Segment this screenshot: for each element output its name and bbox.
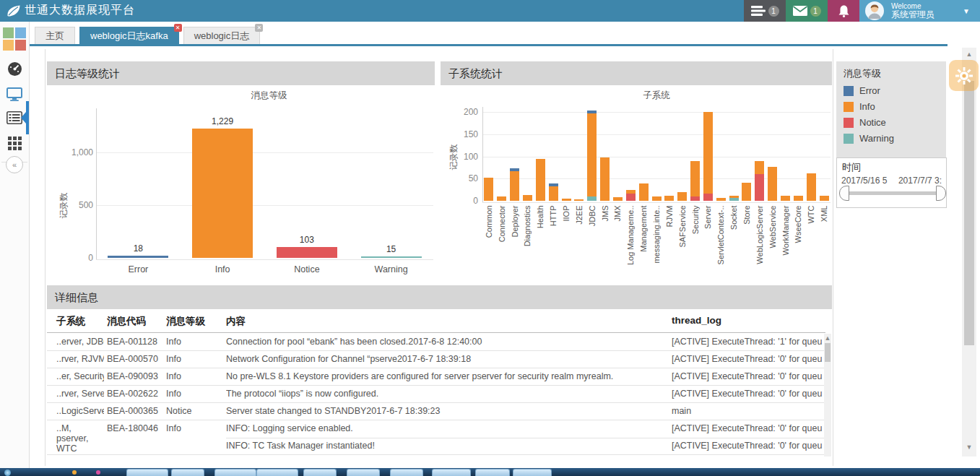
sidebar-item-report-active[interactable] [0,107,29,129]
legend-item-notice[interactable]: Notice [844,116,946,129]
stacked-bar-warning[interactable] [587,196,597,201]
x-category-label: Management [639,205,649,280]
sidebar-item-monitor[interactable] [0,83,29,105]
table-row[interactable]: ..LogicServerBEA-000365NoticeServer stat… [47,403,825,420]
stacked-bar-notice[interactable] [626,194,636,201]
stacked-bar-warning[interactable] [729,198,739,201]
table-header-3[interactable]: 内容 [226,315,246,328]
tab-1[interactable]: weblogic日志kafka✕ [79,27,179,45]
time-slider-handle-end[interactable] [936,186,946,201]
taskbar-tray-icon[interactable] [96,470,100,475]
stacked-bar-info[interactable] [768,167,777,201]
legend-items: ErrorInfoNoticeWarning [836,85,946,144]
notifications-list-button[interactable]: 1 [744,0,786,22]
page-scrollbar[interactable]: ▲ ▼ [962,48,976,456]
stacked-bar-info[interactable] [626,190,636,194]
sidebar-item-apps[interactable] [0,132,29,154]
sidebar-collapse-button[interactable]: « [0,154,29,176]
taskbar-window-button[interactable] [513,469,552,476]
stacked-bar-notice[interactable] [690,196,700,201]
stacked-bar-info[interactable] [562,199,571,201]
stacked-bar-info[interactable] [574,199,584,201]
bar-warning[interactable] [361,256,422,258]
table-row[interactable]: ..M, pserver, WTCBEA-180046InfoINFO: Log… [47,420,825,455]
table-row-line: INFO: TC Task Manager instantiated![ACTI… [47,438,825,455]
stacked-bar-info[interactable] [497,196,506,201]
stacked-bar-info[interactable] [549,186,558,201]
taskbar-window-button[interactable] [347,469,380,476]
taskbar-window-button[interactable] [214,469,256,476]
stacked-bar-info[interactable] [639,183,649,201]
taskbar-window-button[interactable] [126,469,168,476]
taskbar-tray-icon[interactable] [72,470,77,475]
stacked-bar-info[interactable] [820,196,829,201]
table-header-4[interactable]: thread_log [672,315,721,326]
stacked-bar-info[interactable] [703,112,713,194]
stacked-bar-info[interactable] [664,196,674,201]
stacked-bar-error[interactable] [549,183,558,186]
stacked-bar-notice[interactable] [755,174,764,201]
tab-2[interactable]: weblogic日志✕ [183,27,261,45]
stacked-bar-info[interactable] [677,192,687,201]
table-row[interactable]: ..erver, JDBCBEA-001128InfoConnection fo… [47,334,825,351]
page-scrollbar-thumb[interactable] [964,81,974,345]
table-scroll-up-icon[interactable]: ▲ [824,334,831,342]
stacked-bar-info[interactable] [536,159,545,201]
legend-item-warning[interactable]: Warning [844,132,946,144]
taskbar-window-button[interactable] [390,469,423,476]
bar-notice[interactable] [277,247,337,258]
stacked-bar-info[interactable] [729,196,739,199]
stacked-bar-info[interactable] [600,157,610,201]
stacked-bar-info[interactable] [523,195,532,201]
time-slider-track[interactable] [846,191,938,195]
stacked-bar-error[interactable] [587,111,597,113]
taskbar-window-button[interactable] [432,469,471,476]
table-scrollbar[interactable]: ▲ [824,334,831,456]
table-header-0[interactable]: 子系统 [56,315,86,328]
stacked-bar-info[interactable] [484,178,493,201]
user-menu[interactable]: Welcome 系统管理员 ▼ [859,0,980,22]
tab-0[interactable]: 主页 [35,27,75,45]
table-row[interactable]: ..rver, ServerBEA-002622InfoThe protocol… [47,386,825,403]
stacked-bar-info[interactable] [742,183,751,201]
start-orb-icon[interactable] [4,469,11,476]
stacked-bar-notice[interactable] [703,194,713,201]
stacked-bar-info[interactable] [510,171,519,201]
stacked-bar-info[interactable] [755,161,764,174]
stacked-bar-info[interactable] [781,196,790,201]
legend-item-error[interactable]: Error [844,85,946,97]
settings-button[interactable] [949,60,979,91]
page-scroll-down-icon[interactable]: ▼ [962,443,976,451]
legend-item-info[interactable]: Info [844,100,946,113]
bar-error[interactable] [108,256,168,258]
table-row-line: The protocol “iiops” is now configured.[… [47,386,825,403]
table-row[interactable]: ..er, SecurityBEA-090093InfoNo pre-WLS 8… [47,368,825,386]
time-slider-handle-start[interactable] [839,186,849,201]
table-header-2[interactable]: 消息等级 [166,315,205,328]
mail-button[interactable]: 1 [786,0,828,22]
table-header-1[interactable]: 消息代码 [107,315,146,328]
stacked-bar-info[interactable] [613,197,623,201]
stacked-bar-error[interactable] [510,168,519,171]
taskbar-window-button[interactable] [171,469,204,476]
taskbar-window-button[interactable] [256,469,298,476]
stacked-bar-info[interactable] [794,196,803,201]
tab-close-icon[interactable]: ✕ [174,24,182,32]
sidebar-logo[interactable] [0,27,29,51]
chart2-title: 子系统 [482,90,831,102]
stacked-bar-info[interactable] [716,198,726,201]
sidebar-item-dashboard[interactable] [0,58,29,79]
stacked-bar-info[interactable] [690,161,700,196]
taskbar-window-button[interactable] [303,469,337,476]
tab-close-icon[interactable]: ✕ [255,24,263,32]
table-scrollbar-thumb[interactable] [825,343,831,362]
bar-info[interactable] [192,129,253,258]
stacked-bar-info[interactable] [587,113,597,197]
stacked-bar-info[interactable] [807,173,816,201]
taskbar-window-button[interactable] [475,469,510,476]
table-row[interactable]: ..rver, RJVMBEA-000570InfoNetwork Config… [47,351,825,368]
alerts-button[interactable] [828,0,859,22]
page-scroll-up-icon[interactable]: ▲ [962,51,976,58]
legend-panel: 消息等级 ErrorInfoNoticeWarning [836,61,946,157]
stacked-bar-info[interactable] [652,196,662,201]
